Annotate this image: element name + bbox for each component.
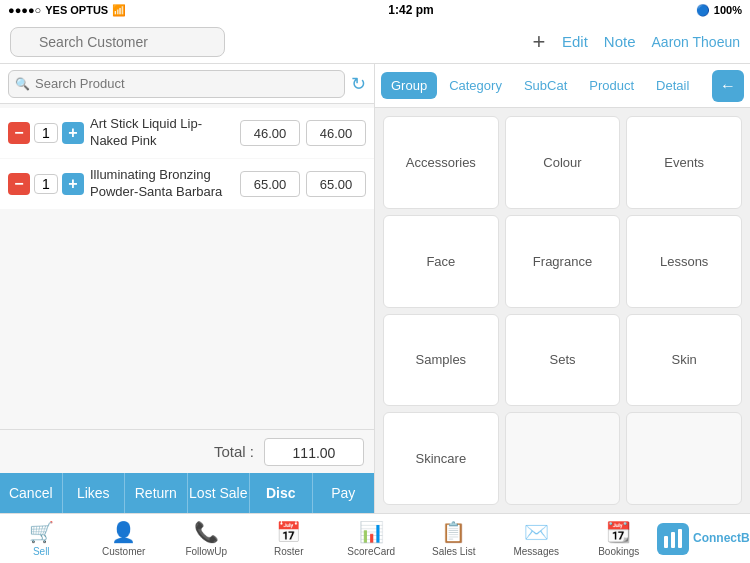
qty-minus-button-1[interactable]: − [8,122,30,144]
top-bar-actions: Edit Note Aaron Thoeun [562,33,740,50]
group-item-lessons[interactable]: Lessons [626,215,742,308]
total-price-1: 46.00 [306,120,366,146]
connectbi-logo: ConnectBI [657,523,750,555]
pay-button[interactable]: Pay [313,473,375,513]
svg-rect-1 [671,532,675,548]
back-button[interactable]: ← [712,70,744,102]
group-item-accessories[interactable]: Accessories [383,116,499,209]
scorecard-icon: 📊 [359,520,384,544]
nav-scorecard[interactable]: 📊 ScoreCard [330,514,413,563]
cart-item-prices-1: 46.00 46.00 [240,120,366,146]
search-customer-input[interactable] [10,27,225,57]
nav-followup[interactable]: 📞 FollowUp [165,514,248,563]
edit-button[interactable]: Edit [562,33,588,50]
cancel-button[interactable]: Cancel [0,473,63,513]
time-label: 1:42 pm [388,3,433,17]
unit-price-2: 65.00 [240,171,300,197]
logo-svg [662,528,684,550]
svg-rect-0 [664,536,668,548]
bookings-icon: 📆 [606,520,631,544]
svg-rect-2 [678,529,682,548]
right-panel: Group Category SubCat Product Detail ← A… [375,64,750,513]
qty-plus-button-2[interactable]: + [62,173,84,195]
saleslist-icon: 📋 [441,520,466,544]
user-name: Aaron Thoeun [652,34,740,50]
group-item-events[interactable]: Events [626,116,742,209]
messages-icon: ✉️ [524,520,549,544]
qty-value-2: 1 [34,174,58,194]
customer-icon: 👤 [111,520,136,544]
cart-item: − 1 + Art Stick Liquid Lip-Naked Pink 46… [0,108,374,158]
roster-icon: 📅 [276,520,301,544]
refresh-button[interactable]: ↻ [351,73,366,95]
battery-label: 100% [714,4,742,16]
disc-button[interactable]: Disc [250,473,313,513]
bottom-nav: 🛒 Sell 👤 Customer 📞 FollowUp 📅 Roster 📊 … [0,513,750,563]
lost-sale-button[interactable]: Lost Sale [188,473,251,513]
wifi-icon: 📶 [112,4,126,17]
signal-icon: ●●●●○ [8,4,41,16]
group-item-samples[interactable]: Samples [383,314,499,407]
nav-sell[interactable]: 🛒 Sell [0,514,83,563]
tab-product[interactable]: Product [579,72,644,99]
nav-bookings[interactable]: 📆 Bookings [578,514,661,563]
status-bar: ●●●●○ YES OPTUS 📶 1:42 pm 🔵 100% [0,0,750,20]
search-product-icon: 🔍 [15,77,30,91]
qty-minus-button-2[interactable]: − [8,173,30,195]
qty-plus-button-1[interactable]: + [62,122,84,144]
product-grid: Accessories Colour Events Face Fragrance… [375,108,750,513]
cart-item-name-1: Art Stick Liquid Lip-Naked Pink [90,116,234,150]
nav-followup-label: FollowUp [185,546,227,557]
nav-saleslist[interactable]: 📋 Sales List [413,514,496,563]
sell-icon: 🛒 [29,520,54,544]
cart-item-name-2: Illuminating Bronzing Powder-Santa Barba… [90,167,234,201]
main-layout: 🔍 ↻ − 1 + Art Stick Liquid Lip-Naked Pin… [0,64,750,513]
nav-messages[interactable]: ✉️ Messages [495,514,578,563]
nav-roster[interactable]: 📅 Roster [248,514,331,563]
return-button[interactable]: Return [125,473,188,513]
search-product-input[interactable] [8,70,345,98]
tab-group[interactable]: Group [381,72,437,99]
qty-value-1: 1 [34,123,58,143]
group-item-skin[interactable]: Skin [626,314,742,407]
logo-text: ConnectBI [693,531,750,545]
logo-icon [657,523,689,555]
group-item-fragrance[interactable]: Fragrance [505,215,621,308]
group-item-sets[interactable]: Sets [505,314,621,407]
status-right: 🔵 100% [696,4,742,17]
group-item-skincare[interactable]: Skincare [383,412,499,505]
nav-saleslist-label: Sales List [432,546,475,557]
cart-item: − 1 + Illuminating Bronzing Powder-Santa… [0,159,374,209]
logo-area: ConnectBI [660,514,750,563]
nav-messages-label: Messages [513,546,559,557]
total-price-2: 65.00 [306,171,366,197]
add-customer-button[interactable]: + [524,27,554,57]
tab-subcat[interactable]: SubCat [514,72,577,99]
search-customer-wrapper: 🔍 [10,27,516,57]
nav-bookings-label: Bookings [598,546,639,557]
product-search-bar: 🔍 ↻ [0,64,374,104]
cart-items: − 1 + Art Stick Liquid Lip-Naked Pink 46… [0,104,374,429]
tab-bar: Group Category SubCat Product Detail ← [375,64,750,108]
group-item-empty-2 [626,412,742,505]
total-bar: Total : 111.00 [0,429,374,473]
tab-detail[interactable]: Detail [646,72,699,99]
group-item-empty-1 [505,412,621,505]
search-product-wrapper: 🔍 [8,70,345,98]
top-bar: 🔍 + Edit Note Aaron Thoeun [0,20,750,64]
total-value: 111.00 [264,438,364,466]
qty-control-2: − 1 + [8,173,84,195]
likes-button[interactable]: Likes [63,473,126,513]
tab-category[interactable]: Category [439,72,512,99]
carrier-label: YES OPTUS [45,4,108,16]
followup-icon: 📞 [194,520,219,544]
nav-scorecard-label: ScoreCard [347,546,395,557]
bluetooth-icon: 🔵 [696,4,710,17]
nav-roster-label: Roster [274,546,303,557]
nav-customer[interactable]: 👤 Customer [83,514,166,563]
note-button[interactable]: Note [604,33,636,50]
action-buttons: Cancel Likes Return Lost Sale Disc Pay [0,473,374,513]
nav-sell-label: Sell [33,546,50,557]
group-item-face[interactable]: Face [383,215,499,308]
group-item-colour[interactable]: Colour [505,116,621,209]
